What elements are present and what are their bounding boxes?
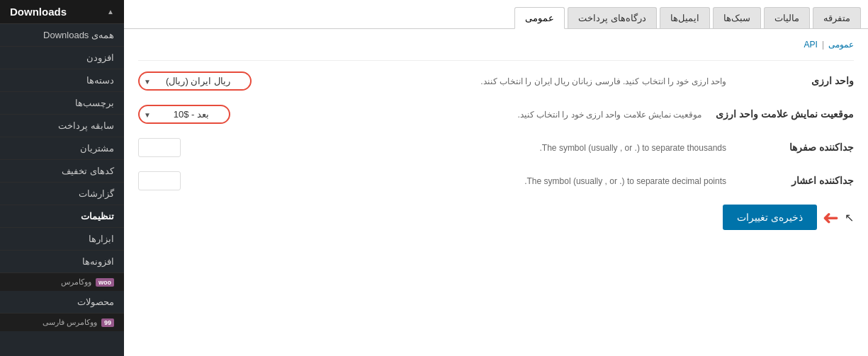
currency-row: واحد ارزی ریال ایران (ریال) واحد ارزی خو… — [138, 71, 854, 91]
position-select[interactable]: بعد - $10 — [138, 105, 230, 124]
tab-taxes[interactable]: مالیات — [764, 7, 810, 28]
breadcrumb: عمومی | API — [138, 40, 854, 50]
sidebar-item-discounts[interactable]: کدهای تخفیف — [0, 160, 124, 183]
position-desc: موقعیت نمایش علامت واحد ارزی خود را انتخ… — [237, 110, 709, 120]
tab-general[interactable]: عمومی — [514, 7, 565, 29]
decimals-row: جداکننده اعشار .The symbol (usually , or… — [138, 171, 854, 190]
sidebar-item-tags[interactable]: برچسب‌ها — [0, 92, 124, 115]
tab-gateways[interactable]: درگاه‌های پرداخت — [568, 7, 657, 28]
sidebar-item-settings[interactable]: تنظیمات — [0, 205, 124, 228]
red-arrow-icon: ➜ — [823, 206, 839, 229]
sidebar-item-reports[interactable]: گزارشات — [0, 183, 124, 205]
woo-badge: woo — [96, 278, 114, 287]
decimals-desc: .The symbol (usually , or .) to separate… — [188, 176, 733, 186]
woo-persian-badge: 99 — [101, 318, 114, 327]
position-row: موقعیت نمایش علامت واحد ارزی بعد - $10 م… — [138, 105, 854, 124]
sidebar-item-categories[interactable]: دسته‌ها — [0, 69, 124, 92]
tab-styles[interactable]: سبک‌ها — [713, 7, 761, 28]
main-content: متفرقه مالیات سبک‌ها ایمیل‌ها درگاه‌های … — [124, 0, 868, 356]
sidebar-header[interactable]: Downloads ▲ — [0, 0, 124, 24]
sidebar-item-addons[interactable]: افزونه‌ها — [0, 251, 124, 273]
thousands-label: جداکننده صفرها — [740, 141, 854, 155]
position-select-wrap: بعد - $10 — [138, 105, 230, 124]
position-label: موقعیت نمایش علامت واحد ارزی — [716, 108, 854, 122]
thousands-row: جداکننده صفرها .The symbol (usually , or… — [138, 138, 854, 157]
thousands-desc: .The symbol (usually , or .) to separate… — [188, 143, 733, 153]
currency-desc: واحد ارزی خود را انتخاب کنید. فارسی زبان… — [259, 76, 733, 86]
sidebar-item-customers[interactable]: مشتریان — [0, 137, 124, 160]
currency-select[interactable]: ریال ایران (ریال) — [138, 71, 252, 91]
sidebar-arrow-icon: ▲ — [107, 8, 114, 16]
sidebar-title: Downloads — [10, 6, 67, 18]
settings-content: عمومی | API واحد ارزی ریال ایران (ریال) … — [124, 29, 868, 356]
section-divider — [138, 60, 854, 61]
tabs-bar: متفرقه مالیات سبک‌ها ایمیل‌ها درگاه‌های … — [124, 0, 868, 29]
sidebar-item-add-new[interactable]: افزودن — [0, 47, 124, 69]
sidebar-item-products[interactable]: محصولات — [0, 291, 124, 314]
save-row: ذخیره‌ی تغییرات ➜ ↖ — [138, 205, 854, 230]
sidebar: Downloads ▲ همه‌ی Downloads افزودن دسته‌… — [0, 0, 124, 356]
sidebar-item-all-downloads[interactable]: همه‌ی Downloads — [0, 24, 124, 47]
sidebar-item-payment-history[interactable]: سابقه پرداخت — [0, 115, 124, 137]
cursor-icon: ↖ — [845, 211, 854, 224]
tab-emails[interactable]: ایمیل‌ها — [660, 7, 710, 28]
sidebar-item-extensions[interactable]: ابزارها — [0, 228, 124, 251]
currency-label: واحد ارزی — [740, 74, 854, 88]
decimals-label: جداکننده اعشار — [740, 174, 854, 188]
breadcrumb-separator: | — [822, 40, 824, 50]
sidebar-woocommerce-section: woo ووکامرس — [0, 273, 124, 291]
breadcrumb-home[interactable]: عمومی — [828, 40, 854, 50]
decimals-input[interactable] — [138, 171, 181, 190]
breadcrumb-api[interactable]: API — [804, 40, 818, 50]
tab-misc[interactable]: متفرقه — [813, 7, 861, 28]
save-button[interactable]: ذخیره‌ی تغییرات — [723, 205, 817, 230]
currency-select-wrap: ریال ایران (ریال) — [138, 71, 252, 91]
sidebar-woo-persian-section: 99 ووکامرس فارسی — [0, 314, 124, 331]
thousands-input[interactable] — [138, 138, 181, 157]
